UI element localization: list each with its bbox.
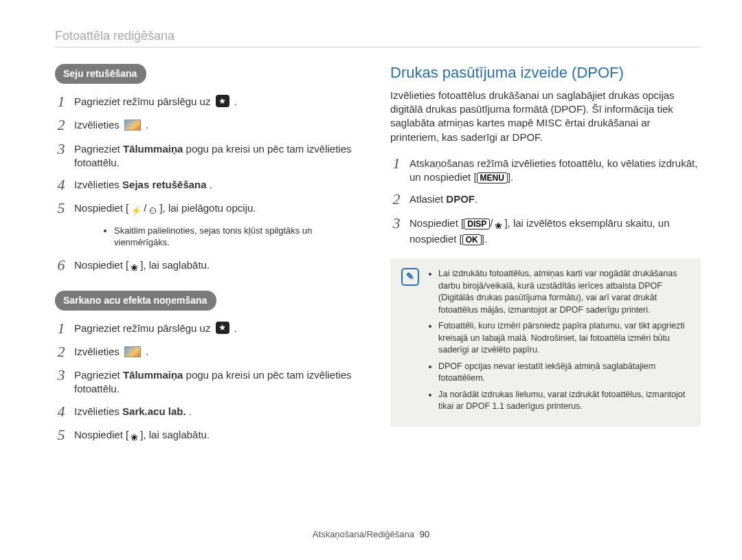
- step-1: 1 Pagrieziet režīmu pārslēgu uz .: [55, 93, 366, 110]
- step-body: Atlasiet DPOF.: [409, 191, 701, 208]
- step-3: 3 Pagrieziet Tālummaiņa pogu pa kreisi u…: [55, 141, 366, 170]
- note-icon: ✎: [401, 268, 419, 286]
- step-5: 5 Nospiediet [/], lai pielāgotu opciju.: [55, 200, 366, 217]
- menu-button-icon: MENU: [477, 172, 508, 183]
- note-item: Fotoattēli, kuru izmēri pārsniedz papīra…: [438, 320, 690, 357]
- step-text: Izvēlieties: [74, 119, 122, 131]
- step-text: ], lai pielāgotu opciju.: [159, 202, 256, 214]
- step-body: Nospiediet [], lai saglabātu.: [74, 257, 366, 274]
- step-body: Pagrieziet režīmu pārslēgu uz .: [74, 93, 366, 110]
- step-body: Nospiediet [], lai saglabātu.: [74, 427, 366, 444]
- ok-button-icon: OK: [462, 234, 482, 245]
- step-body: Pagrieziet Tālummaiņa pogu pa kreisi un …: [74, 367, 366, 396]
- step-body: Pagrieziet režīmu pārslēgu uz .: [74, 320, 366, 337]
- page-header: Fotoattēla rediģēšana: [55, 27, 701, 44]
- dpof-step-1: 1 Atskaņošanas režīmā izvēlieties fotoat…: [390, 155, 701, 185]
- step-body: Atskaņošanas režīmā izvēlieties fotoattē…: [409, 155, 701, 185]
- step-number: 4: [55, 403, 67, 420]
- dpof-heading: Drukas pasūtījuma izveide (DPOF): [390, 63, 701, 83]
- mode-dial-icon: [216, 95, 229, 107]
- step-text: .: [475, 193, 477, 205]
- step-text: Nospiediet [: [74, 259, 128, 271]
- step-text: Atskaņošanas režīmā izvēlieties fotoattē…: [409, 157, 697, 183]
- flash-icon: [131, 203, 142, 217]
- step-number: 1: [390, 155, 403, 185]
- header-divider: [55, 47, 701, 47]
- note-list: Lai izdrukātu fotoattēlus, atmiņas karti…: [427, 268, 690, 417]
- page: Fotoattēla rediģēšana Seju retušēšana 1 …: [0, 0, 742, 560]
- macro-icon: [131, 260, 138, 274]
- step-text: Pagrieziet režīmu pārslēgu uz: [74, 322, 214, 334]
- step-text: Pagrieziet: [74, 143, 123, 155]
- step-text: Nospiediet [: [74, 429, 128, 440]
- step-number: 4: [55, 177, 67, 193]
- disp-button-icon: DISP: [464, 219, 490, 229]
- macro-icon: [495, 219, 502, 232]
- note-item: Lai izdrukātu fotoattēlus, atmiņas karti…: [438, 268, 690, 316]
- step-number: 2: [55, 344, 67, 360]
- step-text: ], lai saglabātu.: [140, 259, 210, 271]
- step-body: Nospiediet [DISP/], lai izvēlētos eksemp…: [409, 215, 701, 247]
- step-number: 2: [55, 117, 67, 133]
- section-pill-redeye: Sarkano acu efekta noņemšana: [55, 291, 216, 311]
- step-text: Izvēlieties: [74, 346, 122, 357]
- step-text: .: [210, 179, 212, 190]
- step-4: 4 Izvēlieties Sejas retušēšana .: [55, 177, 366, 193]
- step-text: Izvēlieties: [74, 179, 122, 190]
- step-number: 6: [55, 257, 67, 274]
- step-text: Nospiediet [: [409, 217, 464, 229]
- step-text: .: [189, 405, 192, 417]
- step-body: Izvēlieties .: [74, 117, 366, 133]
- section-pill-face-retouch: Seju retušēšana: [55, 64, 146, 84]
- note-box: ✎ Lai izdrukātu fotoattēlus, atmiņas kar…: [390, 258, 701, 427]
- step-text: .: [234, 322, 237, 334]
- step-text: Izvēlieties: [74, 405, 122, 417]
- step-body: Nospiediet [/], lai pielāgotu opciju.: [74, 200, 366, 217]
- step-text: Pagrieziet režīmu pārslēgu uz: [74, 96, 214, 107]
- step-number: 3: [55, 367, 67, 396]
- dpof-intro: Izvēlieties fotoattēlus drukāšanai un sa…: [390, 89, 701, 144]
- step-number: 2: [390, 191, 403, 208]
- page-footer: Atskaņošana/Rediģēšana 90: [0, 528, 742, 541]
- red-step-4: 4 Izvēlieties Sark.acu lab. .: [55, 403, 366, 420]
- step-2: 2 Izvēlieties .: [55, 117, 366, 133]
- step-body: Pagrieziet Tālummaiņa pogu pa kreisi un …: [74, 141, 366, 170]
- step-number: 3: [55, 141, 67, 170]
- palette-icon: [124, 120, 141, 131]
- step-body: Izvēlieties Sark.acu lab. .: [74, 403, 366, 420]
- dpof-step-3: 3 Nospiediet [DISP/], lai izvēlētos ekse…: [390, 215, 701, 247]
- step-number: 1: [55, 93, 67, 110]
- step-text: Nospiediet [: [74, 202, 128, 214]
- step-text: .: [146, 346, 148, 357]
- red-step-2: 2 Izvēlieties .: [55, 344, 366, 360]
- footer-section: Atskaņošana/Rediģēšana: [313, 529, 414, 539]
- step-bold: DPOF: [446, 193, 475, 205]
- macro-icon: [131, 430, 138, 444]
- step-bold: Tālummaiņa: [123, 369, 183, 381]
- red-step-5: 5 Nospiediet [], lai saglabātu.: [55, 427, 366, 444]
- step-body: Izvēlieties .: [74, 344, 366, 360]
- step-number: 1: [55, 320, 67, 337]
- step-bold: Tālummaiņa: [123, 143, 183, 155]
- step-6: 6 Nospiediet [], lai saglabātu.: [55, 257, 366, 274]
- step-text: ], lai saglabātu.: [140, 429, 210, 440]
- step-text: Atlasiet: [409, 193, 446, 205]
- note-item: Ja norādāt izdrukas lielumu, varat izdru…: [438, 389, 690, 413]
- step-number: 3: [390, 215, 403, 247]
- page-number: 90: [420, 529, 429, 539]
- mode-dial-icon: [216, 322, 229, 334]
- step-number: 5: [55, 200, 67, 217]
- step-text: .: [234, 96, 237, 107]
- step-text: .: [146, 119, 148, 131]
- step-body: Izvēlieties Sejas retušēšana .: [74, 177, 366, 193]
- step-text: Pagrieziet: [74, 369, 123, 381]
- step-bold: Sejas retušēšana: [122, 179, 207, 190]
- step-text: /: [490, 217, 493, 229]
- step-5-note: Skaitlim palielinoties, sejas tonis kļūs…: [76, 225, 366, 249]
- content-columns: Seju retušēšana 1 Pagrieziet režīmu pārs…: [55, 63, 701, 451]
- timer-icon: [148, 203, 157, 217]
- dpof-step-2: 2 Atlasiet DPOF.: [390, 191, 701, 208]
- step-text: ].: [482, 233, 487, 245]
- red-step-1: 1 Pagrieziet režīmu pārslēgu uz .: [55, 320, 366, 337]
- left-column: Seju retušēšana 1 Pagrieziet režīmu pārs…: [55, 63, 366, 451]
